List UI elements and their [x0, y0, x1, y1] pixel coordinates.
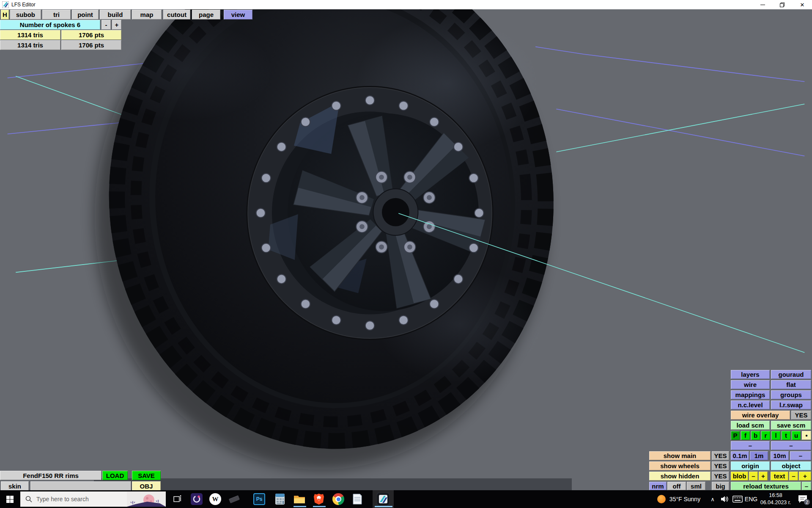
layer-u-button[interactable]: u [792, 431, 801, 440]
file-explorer-button[interactable] [290, 490, 309, 508]
calculator-button[interactable] [271, 490, 289, 508]
panel-dash-left-button[interactable]: – [731, 441, 770, 450]
minimize-button[interactable] [755, 0, 770, 9]
tab-view[interactable]: view [224, 10, 252, 19]
photoshop-button[interactable]: Ps [250, 490, 269, 508]
purple-ring-app-button[interactable] [187, 490, 206, 508]
nrm-button[interactable]: nrm [649, 482, 667, 490]
tab-build[interactable]: build [100, 10, 131, 19]
tab-point[interactable]: point [72, 10, 99, 19]
show-main-toggle[interactable]: YES [712, 451, 729, 460]
task-view-button[interactable] [168, 490, 187, 508]
start-button[interactable] [0, 490, 19, 508]
lfs-editor-window-icon [2, 1, 9, 8]
layers-button[interactable]: layers [731, 370, 770, 379]
volume-icon[interactable] [718, 490, 731, 508]
points-count-total: 1706 pts [61, 40, 121, 50]
text-button[interactable]: text [771, 472, 788, 480]
search-highlight-illustration [127, 491, 166, 507]
blob-minus-button[interactable]: – [749, 472, 758, 480]
gouraud-button[interactable]: gouraud [771, 370, 811, 379]
lfs-editor-taskbar-button[interactable] [373, 490, 394, 508]
wire-overlay-toggle[interactable]: YES [791, 411, 811, 420]
bottom-strip [94, 478, 572, 490]
text-plus-button[interactable]: + [799, 472, 811, 480]
tray-expand-chevron-icon[interactable]: ∧ [707, 490, 718, 508]
load-scm-button[interactable]: load scm [731, 421, 770, 430]
search-input[interactable]: Type here to search [20, 491, 166, 507]
skin-button[interactable]: skin [1, 481, 29, 491]
layer-p-button[interactable]: P [731, 431, 740, 440]
reload-minus-button[interactable]: – [802, 482, 811, 490]
lrswap-button[interactable]: l.r.swap [771, 400, 811, 409]
layer-dot-button[interactable]: ● [802, 431, 811, 440]
off-button[interactable]: off [667, 482, 686, 490]
brave-running-indicator [313, 506, 326, 507]
blob-button[interactable]: blob [731, 472, 748, 480]
groups-button[interactable]: groups [771, 390, 811, 399]
show-main-label: show main [649, 451, 710, 460]
tab-cutout[interactable]: cutout [163, 10, 190, 19]
notepad-button[interactable] [348, 490, 367, 508]
object-button[interactable]: object [771, 461, 811, 470]
layer-t-button[interactable]: t [782, 431, 790, 440]
tab-tri[interactable]: tri [42, 10, 71, 19]
tablet-app-button[interactable] [225, 490, 244, 508]
w-app-button[interactable]: W [206, 490, 225, 508]
restore-button[interactable] [775, 0, 789, 9]
tab-map[interactable]: map [132, 10, 162, 19]
spokes-minus-button[interactable]: - [102, 20, 111, 30]
show-wheels-label: show wheels [649, 461, 710, 470]
3d-viewport[interactable] [0, 9, 812, 508]
sml-button[interactable]: sml [687, 482, 705, 490]
w-app-icon: W [209, 493, 221, 505]
mappings-button[interactable]: mappings [731, 390, 770, 399]
scale-10m-button[interactable]: 10m [771, 451, 789, 460]
obj-button[interactable]: OBJ [132, 481, 161, 491]
scale-dash-button[interactable]: – [790, 451, 811, 460]
touch-keyboard-icon[interactable] [731, 490, 744, 508]
origin-button[interactable]: origin [731, 461, 770, 470]
show-wheels-toggle[interactable]: YES [712, 461, 729, 470]
save-button[interactable]: SAVE [132, 471, 161, 480]
reload-textures-button[interactable]: reload textures [731, 482, 801, 490]
panel-dash-right-button[interactable]: – [771, 441, 811, 450]
notification-badge: 2 [804, 499, 810, 505]
load-button[interactable]: LOAD [102, 471, 128, 480]
flat-button[interactable]: flat [771, 380, 811, 389]
clock[interactable]: 16:58 06.04.2023 г. [760, 490, 792, 508]
tris-count: 1314 tris [0, 30, 60, 40]
tray-date: 06.04.2023 г. [760, 499, 791, 506]
wire-button[interactable]: wire [731, 380, 770, 389]
spokes-plus-button[interactable]: + [112, 20, 121, 30]
layer-l-button[interactable]: l [771, 431, 780, 440]
file-explorer-running-indicator [294, 506, 306, 507]
save-scm-button[interactable]: save scm [771, 421, 811, 430]
notification-center-button[interactable]: 2 [793, 490, 812, 508]
tab-subob[interactable]: subob [10, 10, 41, 19]
chrome-button[interactable] [329, 490, 348, 508]
big-button[interactable]: big [712, 482, 729, 490]
window-title: LFS Editor [11, 2, 36, 8]
blob-plus-button[interactable]: + [759, 472, 768, 480]
close-button[interactable]: ✕ [795, 0, 809, 9]
text-minus-button[interactable]: – [789, 472, 798, 480]
show-hidden-label: show hidden [649, 472, 710, 480]
brave-icon [313, 493, 324, 505]
skin-name-field[interactable] [30, 481, 131, 491]
language-indicator[interactable]: ENG [743, 490, 759, 508]
notepad-icon [352, 493, 362, 505]
calculator-icon [274, 493, 285, 505]
scale-01m-button[interactable]: 0.1m [731, 451, 749, 460]
show-hidden-toggle[interactable]: YES [712, 472, 729, 480]
tab-page[interactable]: page [192, 10, 220, 19]
brave-button[interactable] [310, 490, 328, 508]
layer-r-button[interactable]: r [761, 431, 770, 440]
tab-h[interactable]: H [1, 10, 9, 19]
layer-b-button[interactable]: b [751, 431, 760, 440]
weather-widget[interactable]: 35°F Sunny [651, 490, 706, 508]
tray-time: 16:58 [760, 492, 791, 499]
layer-f-button[interactable]: f [741, 431, 750, 440]
nclevel-button[interactable]: n.c.level [731, 400, 770, 409]
scale-1m-button[interactable]: 1m [750, 451, 768, 460]
